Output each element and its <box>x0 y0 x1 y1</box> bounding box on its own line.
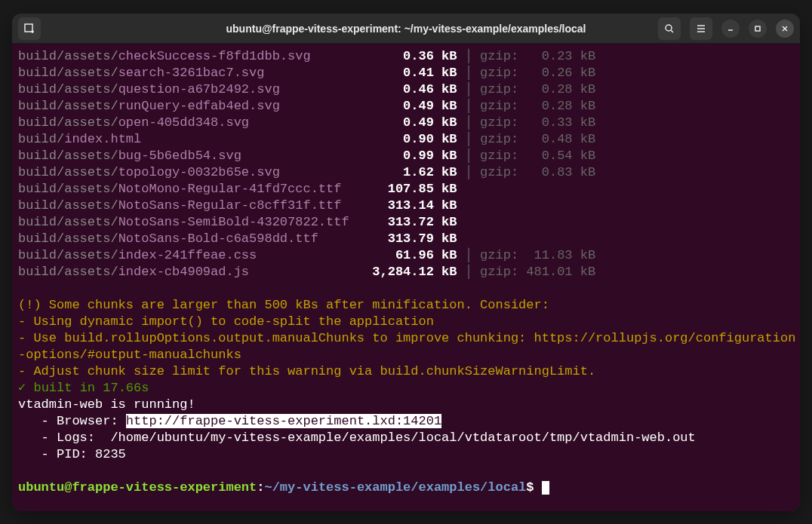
build-path: build/assets/ <box>18 198 118 213</box>
file-size: 313.79 kB <box>372 231 457 246</box>
build-row: build/assets/bug-5b6edb54.svg 0.99 kB │ … <box>18 148 794 164</box>
gzip-size: 0.83 kB <box>526 165 595 179</box>
gzip-size: 11.83 kB <box>526 248 595 262</box>
build-path: build/assets/ <box>18 248 118 262</box>
file-size: 0.49 kB <box>372 115 457 130</box>
warning-line: (!) Some chunks are larger than 500 kBs … <box>18 297 794 314</box>
warning-line: - Using dynamic import() to code-split t… <box>18 314 794 330</box>
pid-line: - PID: 8235 <box>18 446 794 463</box>
gzip-size: 0.48 kB <box>526 132 595 146</box>
build-row: build/assets/index-241ffeae.css 61.96 kB… <box>18 247 794 264</box>
build-row: build/assets/topology-0032b65e.svg 1.62 … <box>18 164 794 181</box>
file-size: 313.72 kB <box>372 215 457 229</box>
window-title: ubuntu@frappe-vitess-experiment: ~/my-vi… <box>226 23 586 35</box>
build-row: build/assets/NotoMono-Regular-41fd7ccc.t… <box>18 181 794 198</box>
build-file: bug-5b6edb54.svg <box>118 149 241 163</box>
file-size: 107.85 kB <box>372 182 457 196</box>
gzip-size: 0.26 kB <box>526 66 595 80</box>
build-path: build/assets/ <box>18 215 118 229</box>
file-size: 0.99 kB <box>372 149 457 163</box>
file-size: 313.14 kB <box>372 198 457 213</box>
warning-line: -options/#output-manualchunks <box>18 347 794 363</box>
build-row: build/assets/NotoSans-Regular-c8cff31f.t… <box>18 198 794 214</box>
build-row: build/assets/question-a67b2492.svg 0.46 … <box>18 81 794 98</box>
running-line: vtadmin-web is running! <box>18 397 794 413</box>
build-file: NotoSans-Bold-c6a598dd.ttf <box>118 231 318 246</box>
warning-line: - Adjust chunk size limit for this warni… <box>18 363 794 380</box>
gzip-size: 0.33 kB <box>526 115 595 130</box>
terminal-body[interactable]: build/assets/checkSuccess-f8fd1dbb.svg 0… <box>12 44 800 511</box>
build-path: build/assets/ <box>18 182 118 196</box>
build-path: build/assets/ <box>18 265 118 279</box>
file-size: 0.36 kB <box>372 49 457 63</box>
build-row: build/assets/open-405dd348.svg 0.49 kB │… <box>18 115 794 131</box>
build-path: build/assets/ <box>18 66 118 80</box>
file-size: 3,284.12 kB <box>372 265 457 279</box>
gzip-size: 0.28 kB <box>526 82 595 97</box>
svg-rect-9 <box>755 26 760 31</box>
build-path: build/assets/ <box>18 49 118 63</box>
svg-rect-0 <box>25 24 32 32</box>
build-file: index-241ffeae.css <box>118 248 257 262</box>
gzip-size: 0.28 kB <box>526 99 595 113</box>
search-button[interactable] <box>658 17 681 40</box>
logs-line: - Logs: /home/ubuntu/my-vitess-example/e… <box>18 430 794 446</box>
browser-line: - Browser: http://frappe-vitess-experime… <box>18 413 794 430</box>
gzip-size: 0.23 kB <box>526 49 595 63</box>
build-file: checkSuccess-f8fd1dbb.svg <box>118 49 311 63</box>
gzip-size: 481.01 kB <box>526 265 595 279</box>
browser-url[interactable]: http://frappe-vitess-experiment.lxd:1420… <box>126 414 441 428</box>
build-path: build/assets/ <box>18 115 118 130</box>
build-row: build/assets/checkSuccess-f8fd1dbb.svg 0… <box>18 48 794 65</box>
prompt-path: ~/my-vitess-example/examples/local <box>264 480 526 495</box>
svg-point-3 <box>666 25 672 31</box>
build-path: build/assets/ <box>18 99 118 113</box>
file-size: 0.41 kB <box>372 66 457 80</box>
terminal-window: ubuntu@frappe-vitess-experiment: ~/my-vi… <box>12 14 800 511</box>
build-file: topology-0032b65e.svg <box>118 165 280 179</box>
close-button[interactable] <box>776 20 794 38</box>
build-path: build/assets/ <box>18 82 118 97</box>
prompt-line[interactable]: ubuntu@frappe-vitess-experiment:~/my-vit… <box>18 480 794 496</box>
svg-line-4 <box>671 30 673 32</box>
build-file: search-3261bac7.svg <box>118 66 265 80</box>
build-path: build/assets/ <box>18 231 118 246</box>
new-tab-button[interactable] <box>18 17 41 40</box>
build-file: open-405dd348.svg <box>118 115 249 130</box>
build-row: build/assets/search-3261bac7.svg 0.41 kB… <box>18 65 794 81</box>
build-row: build/assets/runQuery-edfab4ed.svg 0.49 … <box>18 98 794 115</box>
cursor <box>542 481 549 495</box>
build-row: build/assets/NotoSans-Bold-c6a598dd.ttf … <box>18 231 794 247</box>
file-size: 61.96 kB <box>372 248 457 262</box>
prompt-user: ubuntu@frappe-vitess-experiment <box>18 480 257 495</box>
file-size: 0.90 kB <box>372 132 457 146</box>
build-file: NotoSans-SemiBold-43207822.ttf <box>118 215 349 229</box>
hamburger-menu-button[interactable] <box>690 17 712 40</box>
minimize-button[interactable] <box>721 20 740 38</box>
build-file: index-cb4909ad.js <box>118 265 249 279</box>
build-row: build/assets/NotoSans-SemiBold-43207822.… <box>18 214 794 231</box>
file-size: 1.62 kB <box>372 165 457 179</box>
file-size: 0.46 kB <box>372 82 457 97</box>
warning-line: - Use build.rollupOptions.output.manualC… <box>18 330 794 347</box>
build-row: build/assets/index-cb4909ad.js 3,284.12 … <box>18 264 794 280</box>
maximize-button[interactable] <box>749 20 767 38</box>
file-size: 0.49 kB <box>372 99 457 113</box>
build-file: index.html <box>64 132 141 146</box>
build-path: build/assets/ <box>18 149 118 163</box>
build-row: build/index.html 0.90 kB │ gzip: 0.48 kB <box>18 131 794 148</box>
gzip-size: 0.54 kB <box>526 149 595 163</box>
build-path: build/assets/ <box>18 165 118 179</box>
built-line: ✓ built in 17.66s <box>18 380 794 397</box>
build-file: NotoMono-Regular-41fd7ccc.ttf <box>118 182 342 196</box>
build-file: NotoSans-Regular-c8cff31f.ttf <box>118 198 342 213</box>
titlebar: ubuntu@frappe-vitess-experiment: ~/my-vi… <box>12 14 800 44</box>
build-path: build/ <box>18 132 64 146</box>
build-file: runQuery-edfab4ed.svg <box>118 99 280 113</box>
build-file: question-a67b2492.svg <box>118 82 280 97</box>
